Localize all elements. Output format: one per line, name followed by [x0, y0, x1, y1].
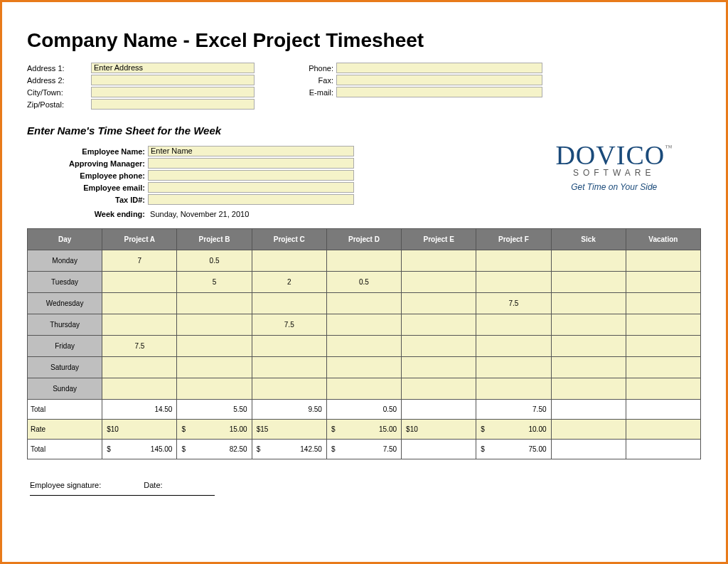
rate-cell[interactable] — [626, 420, 700, 440]
hours-cell[interactable] — [476, 336, 551, 357]
fax-input[interactable] — [336, 75, 542, 85]
address1-label: Address 1: — [27, 64, 91, 73]
hours-cell[interactable]: 7.5 — [102, 336, 177, 357]
hours-cell[interactable] — [476, 250, 551, 272]
day-row: Monday70.5 — [28, 250, 701, 272]
hours-cell[interactable] — [102, 357, 177, 378]
hours-cell[interactable] — [252, 336, 326, 357]
manager-label: Approving Manager: — [27, 159, 148, 168]
hours-cell[interactable] — [626, 272, 700, 293]
hours-cell[interactable] — [402, 336, 476, 357]
hours-cell[interactable] — [551, 250, 626, 272]
hours-cell[interactable] — [102, 314, 177, 336]
day-row: Sunday — [28, 378, 701, 400]
hours-cell[interactable] — [102, 378, 177, 400]
hours-cell[interactable] — [177, 314, 252, 336]
hours-cell[interactable] — [551, 378, 626, 400]
rate-cell[interactable]: $15.00 — [326, 420, 401, 440]
employee-email-input[interactable] — [148, 182, 354, 193]
email-label: E-mail: — [297, 88, 336, 97]
hours-cell[interactable] — [252, 378, 326, 400]
hours-cell[interactable] — [102, 293, 177, 314]
col-header: Project E — [402, 229, 476, 250]
zip-label: Zip/Postal: — [27, 100, 91, 109]
hours-cell[interactable] — [326, 378, 401, 400]
grand-total-cell: $142.50 — [252, 440, 326, 459]
hours-cell[interactable] — [177, 293, 252, 314]
phone-input[interactable] — [336, 63, 542, 73]
col-header: Day — [28, 229, 102, 250]
hours-cell[interactable] — [551, 293, 626, 314]
hours-cell[interactable] — [326, 314, 401, 336]
employee-signature-label: Employee signature: — [30, 481, 101, 489]
taxid-input[interactable] — [148, 194, 354, 205]
hours-cell[interactable] — [326, 336, 401, 357]
grand-total-row: Total$145.00$82.50$142.50$7.50$75.00 — [28, 440, 701, 459]
hours-cell[interactable] — [551, 357, 626, 378]
hours-cell[interactable] — [326, 250, 401, 272]
hours-cell[interactable] — [402, 378, 476, 400]
signature-row: Employee signature: Date: — [27, 481, 701, 489]
hours-cell[interactable] — [177, 336, 252, 357]
hours-cell[interactable] — [476, 314, 551, 336]
hours-cell[interactable] — [626, 378, 700, 400]
hours-cell[interactable] — [402, 357, 476, 378]
hours-cell[interactable] — [551, 336, 626, 357]
employee-email-field: Employee email: — [27, 181, 354, 193]
employee-name-input[interactable]: Enter Name — [148, 146, 354, 156]
grand-total-cell — [551, 440, 626, 459]
rate-cell[interactable]: $10 — [402, 420, 476, 440]
hours-cell[interactable]: 0.5 — [177, 250, 252, 272]
address1-input[interactable]: Enter Address — [91, 63, 255, 73]
hours-cell[interactable] — [177, 378, 252, 400]
hours-cell[interactable] — [626, 250, 700, 272]
hours-cell[interactable] — [326, 293, 401, 314]
manager-input[interactable] — [148, 158, 354, 169]
hours-cell[interactable] — [252, 357, 326, 378]
week-ending-value: Sunday, November 21, 2010 — [150, 210, 249, 218]
rate-cell[interactable]: $10.00 — [476, 420, 551, 440]
zip-input[interactable] — [91, 99, 255, 110]
hours-cell[interactable] — [626, 314, 700, 336]
hours-cell[interactable] — [102, 272, 177, 293]
employee-phone-input[interactable] — [148, 170, 354, 181]
hours-cell[interactable] — [402, 314, 476, 336]
hours-cell[interactable] — [626, 357, 700, 378]
hours-cell[interactable]: 7 — [102, 250, 177, 272]
hours-cell[interactable] — [626, 336, 700, 357]
hours-cell[interactable] — [326, 357, 401, 378]
hours-cell[interactable] — [551, 272, 626, 293]
day-label-cell: Saturday — [28, 357, 102, 378]
hours-cell[interactable] — [252, 293, 326, 314]
hours-cell[interactable] — [402, 250, 476, 272]
rate-cell[interactable]: $15.00 — [177, 420, 252, 440]
page-title: Company Name - Excel Project Timesheet — [27, 29, 701, 52]
email-input[interactable] — [336, 87, 542, 97]
grand-total-cell: $7.50 — [326, 440, 401, 459]
rate-cell[interactable] — [551, 420, 626, 440]
hours-cell[interactable] — [252, 250, 326, 272]
address1-field: Address 1: Enter Address — [27, 62, 255, 74]
city-field: City/Town: — [27, 86, 255, 98]
hours-cell[interactable] — [626, 293, 700, 314]
hours-cell[interactable]: 0.5 — [326, 272, 401, 293]
logo-tm: ™ — [665, 144, 673, 151]
hours-cell[interactable] — [476, 272, 551, 293]
contact-column: Phone: Fax: E-mail: — [297, 62, 542, 110]
hours-cell[interactable] — [551, 314, 626, 336]
employee-name-field: Employee Name: Enter Name — [27, 145, 354, 157]
address2-input[interactable] — [91, 75, 255, 85]
total-cell: 9.50 — [252, 400, 326, 420]
hours-cell[interactable] — [402, 272, 476, 293]
hours-cell[interactable]: 5 — [177, 272, 252, 293]
hours-cell[interactable]: 2 — [252, 272, 326, 293]
hours-cell[interactable] — [402, 293, 476, 314]
hours-cell[interactable]: 7.5 — [252, 314, 326, 336]
rate-cell[interactable]: $15 — [252, 420, 326, 440]
hours-cell[interactable] — [476, 357, 551, 378]
rate-cell[interactable]: $10 — [102, 420, 177, 440]
hours-cell[interactable] — [476, 378, 551, 400]
hours-cell[interactable]: 7.5 — [476, 293, 551, 314]
city-input[interactable] — [91, 87, 255, 97]
hours-cell[interactable] — [177, 357, 252, 378]
